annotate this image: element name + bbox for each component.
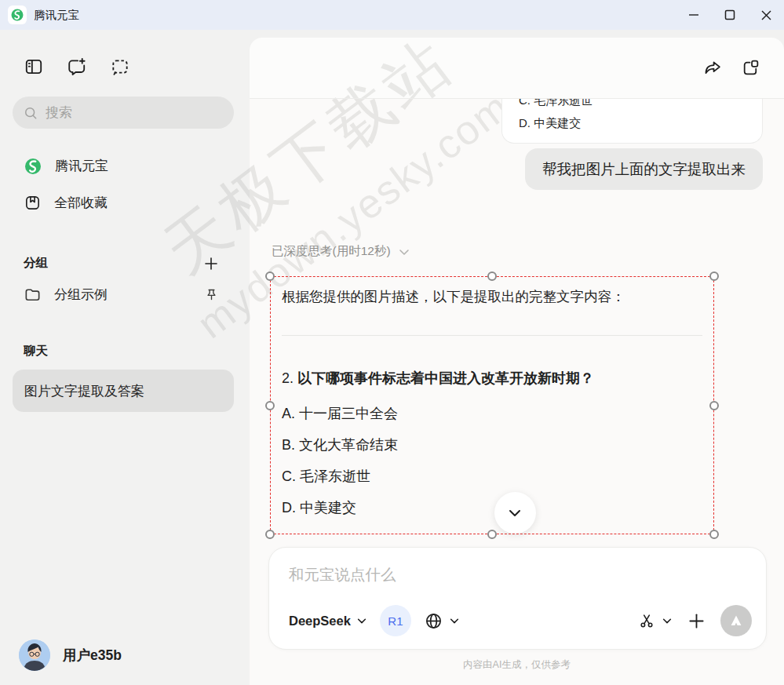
chevron-down-icon — [506, 505, 523, 522]
selection-handle[interactable] — [265, 530, 275, 539]
previous-answer-line: C. 毛泽东逝世 — [519, 99, 762, 108]
answer-question: 2. 以下哪项事件标志着中国进入改革开放新时期？ — [282, 369, 702, 388]
search-box[interactable] — [13, 97, 234, 129]
bookmark-icon — [24, 194, 42, 212]
user-message-bubble: 帮我把图片上面的文字提取出来 — [525, 148, 763, 190]
question-text: 以下哪项事件标志着中国进入改革开放新时期？ — [297, 370, 594, 386]
answer-intro: 根据您提供的图片描述，以下是提取出的完整文字内容： — [282, 286, 702, 307]
chevron-down-icon — [662, 615, 673, 626]
answer-divider — [282, 335, 702, 336]
web-search-selector[interactable] — [425, 612, 460, 630]
share-icon[interactable] — [703, 58, 723, 78]
model-selector[interactable]: DeepSeek — [289, 614, 367, 629]
sidebar: 腾讯元宝 全部收藏 分组 分组示例 — [0, 30, 250, 685]
selection-handle[interactable] — [265, 401, 275, 410]
sidebar-item-group-example[interactable]: 分组示例 — [0, 276, 250, 313]
chats-header-label: 聊天 — [24, 343, 48, 359]
attach-plus-icon[interactable] — [687, 612, 706, 630]
chat-item-label: 图片文字提取及答案 — [24, 382, 144, 400]
model-label: DeepSeek — [289, 614, 351, 629]
chevron-down-icon — [398, 246, 410, 258]
screenshot-icon[interactable] — [110, 56, 130, 77]
composer-placeholder: 和元宝说点什么 — [289, 564, 396, 585]
user-profile[interactable]: 用户e35b — [0, 639, 250, 685]
message-composer[interactable]: 和元宝说点什么 DeepSeek R1 — [268, 547, 767, 650]
selection-handle[interactable] — [709, 530, 719, 539]
add-group-icon[interactable] — [204, 257, 218, 271]
chats-section-header: 聊天 — [0, 343, 250, 359]
groups-section-header: 分组 — [0, 255, 250, 271]
window-title: 腾讯元宝 — [34, 8, 79, 23]
maximize-icon — [724, 9, 735, 20]
question-number: 2. — [282, 370, 297, 386]
answer-option: D. 中美建交 — [282, 492, 702, 523]
sidebar-item-yuanbao[interactable]: 腾讯元宝 — [0, 148, 250, 184]
chat-header — [250, 38, 784, 99]
chat-scroll-area[interactable]: C. 毛泽东逝世 D. 中美建交 帮我把图片上面的文字提取出来 已深度思考(用时… — [250, 99, 784, 685]
close-icon — [760, 9, 772, 21]
close-button[interactable] — [748, 0, 784, 30]
send-arrow-icon — [727, 612, 745, 629]
previous-answer-line: D. 中美建交 — [519, 116, 762, 131]
chat-item-selected[interactable]: 图片文字提取及答案 — [13, 370, 234, 412]
send-button[interactable] — [720, 605, 752, 636]
sidebar-item-favorites[interactable]: 全部收藏 — [0, 184, 250, 221]
selection-handle[interactable] — [265, 271, 275, 281]
collect-icon[interactable] — [741, 58, 760, 78]
ocr-selection-region[interactable]: 根据您提供的图片描述，以下是提取出的完整文字内容： 2. 以下哪项事件标志着中国… — [270, 276, 714, 534]
selection-handle[interactable] — [709, 271, 719, 281]
minimize-button[interactable] — [676, 0, 712, 30]
new-chat-icon[interactable] — [67, 56, 87, 77]
search-icon — [23, 105, 38, 121]
chevron-down-icon — [449, 615, 460, 626]
previous-answer-card: C. 毛泽东逝世 D. 中美建交 — [501, 99, 763, 144]
app-logo — [8, 5, 27, 24]
model-badge-label: R1 — [388, 614, 403, 628]
search-input[interactable] — [46, 105, 202, 121]
scissors-icon — [638, 612, 655, 629]
chevron-down-icon — [356, 615, 367, 626]
answer-option: A. 十一届三中全会 — [282, 398, 702, 429]
chat-panel: C. 毛泽东逝世 D. 中美建交 帮我把图片上面的文字提取出来 已深度思考(用时… — [250, 38, 784, 685]
thought-toggle[interactable]: 已深度思考(用时12秒) — [272, 243, 410, 260]
globe-icon — [425, 612, 443, 630]
avatar — [19, 639, 50, 671]
ai-disclaimer: 内容由AI生成，仅供参考 — [250, 658, 784, 672]
groups-header-label: 分组 — [24, 255, 48, 271]
screenshot-tool-selector[interactable] — [638, 612, 673, 629]
selection-handle[interactable] — [709, 401, 719, 410]
maximize-button[interactable] — [712, 0, 748, 30]
minimize-icon — [688, 9, 699, 20]
selection-handle[interactable] — [487, 271, 497, 281]
answer-option: C. 毛泽东逝世 — [282, 461, 702, 492]
sidebar-item-label: 腾讯元宝 — [55, 157, 108, 175]
sidebar-item-label: 分组示例 — [54, 286, 108, 304]
selection-handle[interactable] — [487, 530, 497, 539]
folder-icon — [24, 286, 42, 304]
sidebar-item-label: 全部收藏 — [54, 194, 108, 212]
title-bar: 腾讯元宝 — [0, 0, 784, 30]
yuanbao-logo-icon — [24, 157, 42, 176]
yuanbao-logo-icon — [10, 8, 24, 22]
thought-label: 已深度思考(用时12秒) — [272, 243, 391, 260]
collapse-sidebar-icon[interactable] — [24, 56, 44, 77]
model-badge-r1[interactable]: R1 — [380, 605, 411, 636]
user-name: 用户e35b — [63, 646, 122, 665]
pin-icon[interactable] — [205, 288, 218, 301]
answer-option: B. 文化大革命结束 — [282, 429, 702, 461]
scroll-to-bottom-button[interactable] — [494, 492, 536, 534]
